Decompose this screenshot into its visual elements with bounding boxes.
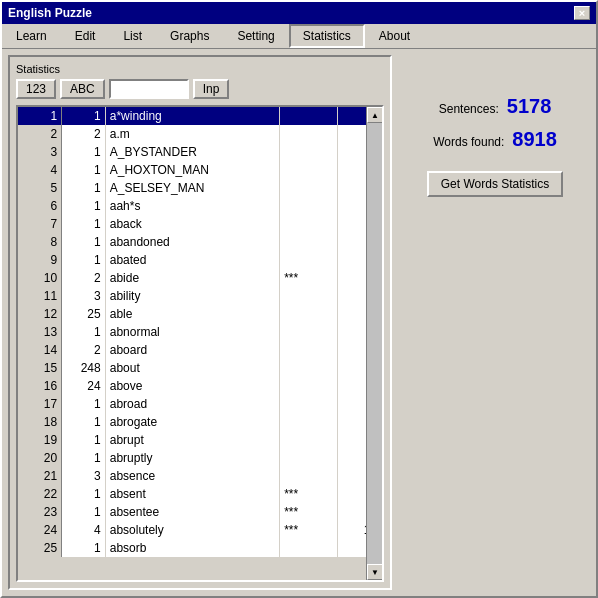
row-word: abide: [105, 269, 279, 287]
row-num: 19: [18, 431, 62, 449]
row-num: 21: [18, 467, 62, 485]
table-row[interactable]: 11a*winding: [18, 107, 382, 125]
row-num: 3: [18, 143, 62, 161]
row-word: aboard: [105, 341, 279, 359]
menu-about[interactable]: About: [365, 24, 424, 48]
table-row[interactable]: 41A_HOXTON_MAN: [18, 161, 382, 179]
table-row[interactable]: 61aah*s: [18, 197, 382, 215]
left-panel: Statistics 123 ABC Inp 11a*winding22a.m3…: [8, 55, 392, 590]
row-word: abruptly: [105, 449, 279, 467]
row-count: 1: [62, 179, 106, 197]
row-stars: ***: [280, 485, 338, 503]
row-stars: [280, 179, 338, 197]
row-num: 13: [18, 323, 62, 341]
table-row[interactable]: 51A_SELSEY_MAN: [18, 179, 382, 197]
table-row[interactable]: 201abruptly: [18, 449, 382, 467]
table-row[interactable]: 191abrupt: [18, 431, 382, 449]
table-row[interactable]: 142aboard: [18, 341, 382, 359]
table-row[interactable]: 113ability: [18, 287, 382, 305]
menu-graphs[interactable]: Graphs: [156, 24, 223, 48]
table-row[interactable]: 102abide***: [18, 269, 382, 287]
table-row[interactable]: 31A_BYSTANDER: [18, 143, 382, 161]
scroll-track[interactable]: [367, 123, 382, 564]
row-stars: [280, 197, 338, 215]
row-word: absent: [105, 485, 279, 503]
row-word: A_BYSTANDER: [105, 143, 279, 161]
table-row[interactable]: 221absent***6: [18, 485, 382, 503]
right-panel: Sentences: 5178 Words found: 8918 Get Wo…: [400, 55, 590, 590]
menu-list[interactable]: List: [109, 24, 156, 48]
row-word: abated: [105, 251, 279, 269]
table-container: 11a*winding22a.m31A_BYSTANDER41A_HOXTON_…: [16, 105, 384, 582]
words-table: 11a*winding22a.m31A_BYSTANDER41A_HOXTON_…: [18, 107, 382, 557]
title-bar: English Puzzle ×: [2, 2, 596, 24]
menu-learn[interactable]: Learn: [2, 24, 61, 48]
scrollbar[interactable]: ▲ ▼: [366, 107, 382, 580]
row-stars: [280, 449, 338, 467]
close-button[interactable]: ×: [574, 6, 590, 20]
row-word: absorb: [105, 539, 279, 557]
row-stars: [280, 341, 338, 359]
row-count: 1: [62, 449, 106, 467]
table-row[interactable]: 91abated: [18, 251, 382, 269]
row-stars: [280, 287, 338, 305]
row-word: A_SELSEY_MAN: [105, 179, 279, 197]
row-num: 9: [18, 251, 62, 269]
row-word: above: [105, 377, 279, 395]
row-count: 1: [62, 197, 106, 215]
row-num: 14: [18, 341, 62, 359]
table-row[interactable]: 244absolutely***10: [18, 521, 382, 539]
row-count: 1: [62, 539, 106, 557]
table-row[interactable]: 22a.m: [18, 125, 382, 143]
row-num: 16: [18, 377, 62, 395]
get-words-button[interactable]: Get Words Statistics: [427, 171, 563, 197]
sentences-label: Sentences:: [439, 102, 499, 116]
main-window: English Puzzle × Learn Edit List Graphs …: [0, 0, 598, 598]
menu-edit[interactable]: Edit: [61, 24, 110, 48]
table-row[interactable]: 181abrogate: [18, 413, 382, 431]
menu-setting[interactable]: Setting: [223, 24, 288, 48]
row-count: 24: [62, 377, 106, 395]
row-num: 10: [18, 269, 62, 287]
row-count: 3: [62, 287, 106, 305]
row-num: 22: [18, 485, 62, 503]
table-row[interactable]: 251absorb: [18, 539, 382, 557]
table-row[interactable]: 1624above: [18, 377, 382, 395]
table-row[interactable]: 213absence: [18, 467, 382, 485]
table-row[interactable]: 71aback: [18, 215, 382, 233]
row-word: A_HOXTON_MAN: [105, 161, 279, 179]
row-num: 25: [18, 539, 62, 557]
row-word: aah*s: [105, 197, 279, 215]
words-label: Words found:: [433, 135, 504, 149]
row-stars: [280, 323, 338, 341]
menu-statistics[interactable]: Statistics: [289, 24, 365, 48]
scroll-up-btn[interactable]: ▲: [367, 107, 383, 123]
row-num: 20: [18, 449, 62, 467]
row-count: 1: [62, 143, 106, 161]
btn-inp[interactable]: Inp: [193, 79, 230, 99]
row-word: a.m: [105, 125, 279, 143]
row-num: 7: [18, 215, 62, 233]
search-input[interactable]: [109, 79, 189, 99]
row-stars: [280, 395, 338, 413]
row-num: 18: [18, 413, 62, 431]
table-row[interactable]: 15248about: [18, 359, 382, 377]
row-stars: ***: [280, 269, 338, 287]
table-row[interactable]: 131abnormal: [18, 323, 382, 341]
row-num: 11: [18, 287, 62, 305]
row-word: absence: [105, 467, 279, 485]
toolbar: 123 ABC Inp: [16, 79, 384, 99]
btn-abc[interactable]: ABC: [60, 79, 105, 99]
table-row[interactable]: 81abandoned: [18, 233, 382, 251]
btn-123[interactable]: 123: [16, 79, 56, 99]
row-count: 25: [62, 305, 106, 323]
content-area: Statistics 123 ABC Inp 11a*winding22a.m3…: [2, 49, 596, 596]
table-row[interactable]: 231absentee***4: [18, 503, 382, 521]
row-num: 15: [18, 359, 62, 377]
table-row[interactable]: 171abroad: [18, 395, 382, 413]
scroll-down-btn[interactable]: ▼: [367, 564, 383, 580]
row-stars: [280, 233, 338, 251]
row-count: 1: [62, 233, 106, 251]
table-row[interactable]: 1225able: [18, 305, 382, 323]
row-stars: [280, 251, 338, 269]
